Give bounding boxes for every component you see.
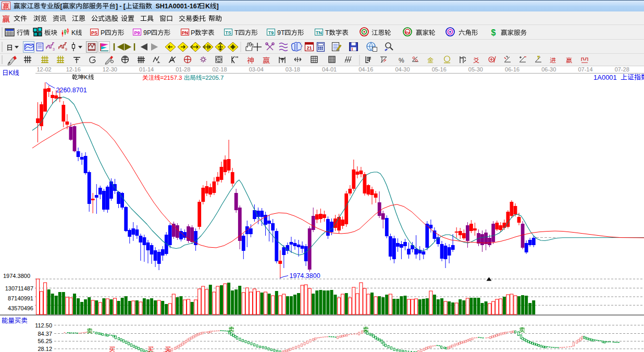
svg-text:9: 9: [65, 47, 67, 51]
svg-text:12-16: 12-16: [66, 66, 81, 72]
svg-text:1974.3800: 1974.3800: [290, 272, 320, 280]
svg-text:P: P: [101, 29, 105, 37]
svg-text:02-18: 02-18: [212, 66, 227, 72]
svg-text:03-04: 03-04: [249, 66, 264, 72]
svg-text:P9: P9: [134, 30, 140, 35]
svg-text:=2205.7: =2205.7: [202, 75, 224, 81]
svg-text:84.37: 84.37: [38, 331, 52, 337]
svg-text:56.25: 56.25: [38, 338, 52, 344]
svg-text:12-02: 12-02: [37, 66, 52, 72]
svg-text:07-14: 07-14: [578, 66, 592, 72]
svg-text:TS: TS: [225, 30, 231, 35]
svg-text:2260.8701: 2260.8701: [56, 87, 87, 94]
svg-text:04-16: 04-16: [358, 66, 373, 72]
svg-text:04-30: 04-30: [395, 66, 410, 72]
svg-text:T: T: [234, 29, 239, 37]
svg-text:=2157.3: =2157.3: [160, 75, 182, 81]
svg-text:1A0001: 1A0001: [593, 74, 617, 81]
svg-text:06-30: 06-30: [541, 66, 556, 72]
svg-text:05-16: 05-16: [432, 66, 447, 72]
svg-text:T9: T9: [268, 30, 274, 35]
svg-text:]: ]: [217, 3, 219, 10]
svg-text:SH1A0001-167: SH1A0001-167: [156, 3, 201, 10]
svg-text:07-28: 07-28: [615, 66, 629, 72]
svg-text:-: -: [119, 3, 121, 10]
svg-text:01-14: 01-14: [139, 66, 154, 72]
svg-text:Big: Big: [405, 31, 410, 34]
svg-text:%: %: [399, 57, 404, 64]
svg-text:05-30: 05-30: [468, 66, 483, 72]
svg-text:PS: PS: [91, 30, 97, 35]
svg-text:K: K: [205, 3, 210, 10]
svg-text:TN: TN: [316, 30, 322, 35]
svg-text:03-18: 03-18: [286, 66, 300, 72]
svg-text:$: $: [491, 28, 496, 37]
svg-text:112.50: 112.50: [35, 322, 52, 329]
svg-text:06-16: 06-16: [505, 66, 519, 72]
svg-text:K: K: [9, 69, 14, 77]
svg-text:P: P: [191, 29, 195, 37]
svg-text:12-30: 12-30: [103, 66, 117, 72]
svg-text:9P: 9P: [143, 29, 151, 37]
svg-text:T: T: [325, 29, 329, 37]
svg-text:K: K: [84, 74, 88, 80]
svg-text:3: 3: [53, 47, 55, 51]
svg-text:9T: 9T: [277, 29, 285, 37]
svg-text:21: 21: [306, 45, 312, 51]
svg-text:]: ]: [116, 3, 118, 10]
svg-text:1974.3800: 1974.3800: [3, 273, 30, 279]
svg-text:K: K: [71, 29, 76, 37]
svg-text:PN: PN: [182, 30, 189, 35]
svg-text:43570496: 43570496: [8, 305, 33, 311]
svg-text:28.12: 28.12: [38, 346, 52, 352]
svg-text:01-28: 01-28: [176, 66, 190, 72]
svg-text:87140991: 87140991: [8, 295, 33, 301]
svg-text:130711487: 130711487: [5, 285, 33, 292]
svg-text:04-01: 04-01: [322, 66, 337, 72]
